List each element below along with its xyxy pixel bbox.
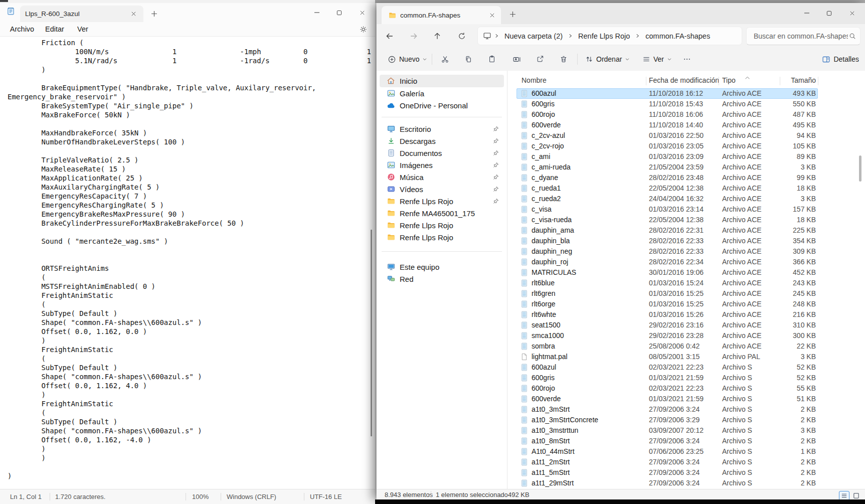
- explorer-minimize-button[interactable]: [796, 3, 818, 23]
- notepad-maximize-button[interactable]: [328, 3, 350, 22]
- file-row-dauphin-roj[interactable]: dauphin_roj28/02/2016 22:34Archivo ACE36…: [516, 257, 818, 267]
- file-row-a1t0-3mstrtconcrete[interactable]: a1t0_3mStrtConcrete27/09/2006 3:29Archiv…: [516, 415, 818, 425]
- file-row-sombra[interactable]: sombra25/08/2006 0:42Archivo ACE22 KB: [516, 341, 818, 352]
- file-row-c-rueda1[interactable]: c_rueda122/05/2004 12:38Archivo ACE18 KB: [516, 183, 818, 194]
- view-button[interactable]: Ver: [638, 51, 676, 67]
- rename-button[interactable]: [507, 51, 526, 67]
- notepad-scrollbar[interactable]: [371, 230, 372, 436]
- file-row-c-ami[interactable]: c_ami01/03/2016 23:09Archivo ACE89 KB: [516, 151, 818, 162]
- paste-button[interactable]: [482, 51, 501, 67]
- cut-button[interactable]: [435, 51, 454, 67]
- search-box[interactable]: [746, 27, 860, 45]
- explorer-maximize-button[interactable]: [818, 3, 840, 23]
- file-row-600gris[interactable]: 600gris01/03/2021 21:59Archivo S52 KB: [516, 373, 818, 383]
- file-row-dauphin-neg[interactable]: dauphin_neg28/02/2016 22:33Archivo ACE30…: [516, 246, 818, 257]
- sidebar-item-descargas[interactable]: Descargas: [380, 135, 504, 147]
- back-button[interactable]: [382, 29, 397, 43]
- breadcrumb[interactable]: Nueva carpeta (2) Renfe Llps Rojo common…: [477, 27, 742, 45]
- notepad-editor[interactable]: Friction ( 100N/m/s 1 -1mph 0 1 5.1N/rad…: [0, 36, 371, 489]
- delete-button[interactable]: [554, 51, 573, 67]
- file-row-c-dyane[interactable]: c_dyane28/02/2016 23:48Archivo ACE99 KB: [516, 173, 818, 183]
- sidebar-item-m-sica[interactable]: Música: [380, 171, 504, 183]
- explorer-tab-close-icon[interactable]: [487, 10, 497, 20]
- refresh-button[interactable]: [454, 29, 469, 43]
- file-row-a1t0-3mstrttun[interactable]: a1t0_3mstrttun03/09/2007 20:12Archivo S3…: [516, 425, 818, 436]
- explorer-tab[interactable]: common.FA-shapes: [382, 6, 501, 24]
- sidebar-item-onedrive-personal[interactable]: OneDrive - Personal: [380, 99, 504, 111]
- file-row-a1t1-5mstrt[interactable]: a1t1_5mStrt27/09/2006 3:24Archivo S2 KB: [516, 467, 818, 478]
- column-header-nombre[interactable]: Nombre: [522, 76, 547, 84]
- file-row-600azul[interactable]: 600azul11/10/2018 16:12Archivo ACE493 KB: [516, 88, 818, 99]
- breadcrumb-item-2[interactable]: Renfe Llps Rojo: [574, 32, 634, 40]
- file-row-600azul[interactable]: 600azul02/03/2021 22:23Archivo S52 KB: [516, 362, 818, 373]
- sidebar-item-renfe-ma465001-175[interactable]: Renfe MA465001_175: [380, 207, 504, 219]
- sidebar-item-red[interactable]: Red: [380, 273, 504, 285]
- sidebar-item-documentos[interactable]: Documentos: [380, 147, 504, 159]
- notepad-tab[interactable]: Llps_R-600_3azul: [20, 6, 143, 22]
- file-row-600verde[interactable]: 600verde01/03/2021 21:59Archivo S51 KB: [516, 394, 818, 404]
- file-row-a1t1-2mstrt[interactable]: a1t1_2mStrt27/09/2006 3:24Archivo S2 KB: [516, 457, 818, 467]
- more-button[interactable]: [678, 51, 696, 67]
- sidebar-item-escritorio[interactable]: Escritorio: [380, 123, 504, 135]
- file-row-600verde[interactable]: 600verde11/10/2018 14:40Archivo ACE495 K…: [516, 120, 818, 130]
- explorer-close-button[interactable]: [841, 3, 863, 23]
- sort-button[interactable]: Ordenar: [581, 51, 634, 67]
- line-ending[interactable]: Windows (CRLF): [227, 493, 276, 500]
- sidebar-item-inicio[interactable]: Inicio: [380, 75, 504, 87]
- file-row-a1t1-29mstrt[interactable]: a1t1_29mStrt27/09/2006 3:24Archivo S2 KB: [516, 478, 818, 488]
- notepad-new-tab-button[interactable]: [147, 7, 160, 20]
- file-row-c-2cv-azul[interactable]: c_2cv-azul01/03/2016 22:50Archivo ACE94 …: [516, 130, 818, 141]
- file-row-lightmat-pal[interactable]: lightmat.pal08/05/2001 3:15Archivo PAL3 …: [516, 352, 818, 362]
- column-header-fecha[interactable]: Fecha de modificación: [649, 76, 719, 84]
- sidebar-item-renfe-llps-rojo[interactable]: Renfe Llps Rojo: [380, 219, 504, 231]
- file-list-scrollbar[interactable]: [859, 155, 861, 182]
- notepad-tab-close-icon[interactable]: [128, 9, 138, 19]
- sidebar-item-este-equipo[interactable]: Este equipo: [380, 261, 504, 273]
- file-row-matriculas[interactable]: MATRICULAS30/01/2016 19:06Archivo ACE452…: [516, 267, 818, 278]
- notepad-minimize-button[interactable]: [306, 3, 328, 22]
- menu-ver[interactable]: Ver: [70, 22, 95, 36]
- file-row-a1t0-3mstrt[interactable]: a1t0_3mStrt27/09/2006 3:24Archivo S2 KB: [516, 404, 818, 415]
- file-row-dauphin-ama[interactable]: dauphin_ama28/02/2016 22:31Archivo ACE22…: [516, 225, 818, 236]
- forward-button[interactable]: [406, 29, 421, 43]
- file-row-600gris[interactable]: 600gris11/10/2018 15:43Archivo ACE550 KB: [516, 99, 818, 109]
- sidebar-item-im-genes[interactable]: Imágenes: [380, 159, 504, 171]
- menu-editar[interactable]: Editar: [39, 22, 70, 36]
- column-header-tamano[interactable]: Tamaño: [747, 76, 816, 84]
- explorer-new-tab-button[interactable]: [506, 8, 519, 21]
- sidebar-item-galer-a[interactable]: Galería: [380, 87, 504, 99]
- new-button[interactable]: Nuevo: [383, 51, 432, 67]
- file-row-rlt6gren[interactable]: rlt6gren01/03/2016 15:25Archivo ACE245 K…: [516, 288, 818, 299]
- search-input[interactable]: [753, 32, 849, 41]
- file-row-smca1000[interactable]: smca100029/02/2016 23:28Archivo ACE300 K…: [516, 330, 818, 341]
- file-row-dauphin-bla[interactable]: dauphin_bla28/02/2016 22:33Archivo ACE35…: [516, 236, 818, 246]
- file-row-c-2cv-rojo[interactable]: c_2cv-rojo01/03/2016 23:05Archivo ACE105…: [516, 141, 818, 151]
- file-row-c-ami-rueda[interactable]: c_ami-rueda21/05/2004 23:59Archivo ACE3 …: [516, 162, 818, 173]
- details-button[interactable]: Detalles: [818, 51, 863, 67]
- file-row-a1t0-8mstrt[interactable]: a1t0_8mStrt27/09/2006 3:24Archivo S2 KB: [516, 436, 818, 446]
- zoom-level[interactable]: 100%: [192, 493, 209, 500]
- sidebar-item-v-deos[interactable]: Vídeos: [380, 183, 504, 195]
- up-button[interactable]: [430, 29, 445, 43]
- file-row-600rojo[interactable]: 600rojo11/10/2018 16:06Archivo ACE487 KB: [516, 109, 818, 120]
- this-pc-icon[interactable]: [481, 32, 493, 40]
- encoding[interactable]: UTF-16 LE: [310, 493, 342, 500]
- file-row-rlt6orge[interactable]: rlt6orge01/03/2016 15:25Archivo ACE248 K…: [516, 299, 818, 309]
- file-row-rlt6whte[interactable]: rlt6whte01/03/2016 15:26Archivo ACE216 K…: [516, 309, 818, 320]
- sidebar-item-renfe-llps-rojo[interactable]: Renfe Llps Rojo: [380, 231, 504, 243]
- file-row-c-rueda2[interactable]: c_rueda224/04/2004 16:32Archivo ACE3 KB: [516, 194, 818, 204]
- menu-archivo[interactable]: Archivo: [6, 22, 38, 36]
- file-row-rlt6blue[interactable]: rlt6blue01/03/2016 15:24Archivo ACE243 K…: [516, 278, 818, 288]
- column-header-tipo[interactable]: Tipo: [722, 76, 736, 84]
- breadcrumb-item-1[interactable]: Nueva carpeta (2): [500, 32, 567, 40]
- settings-gear-icon[interactable]: [357, 23, 369, 35]
- sidebar-item-renfe-llps-rojo[interactable]: Renfe Llps Rojo: [380, 195, 504, 207]
- share-button[interactable]: [531, 51, 550, 67]
- file-row-c-visa[interactable]: c_visa01/03/2016 23:14Archivo ACE157 KB: [516, 204, 818, 215]
- file-row-a1t0-44mstrt[interactable]: A1t0_44mStrt07/06/2006 23:25Archivo S1 K…: [516, 446, 818, 457]
- file-row-seat1500[interactable]: seat150029/02/2016 23:16Archivo ACE310 K…: [516, 320, 818, 330]
- file-row-600rojo[interactable]: 600rojo02/03/2021 22:23Archivo S55 KB: [516, 383, 818, 394]
- breadcrumb-item-3[interactable]: common.FA-shapes: [641, 32, 715, 40]
- notepad-close-button[interactable]: [351, 3, 373, 22]
- copy-button[interactable]: [459, 51, 478, 67]
